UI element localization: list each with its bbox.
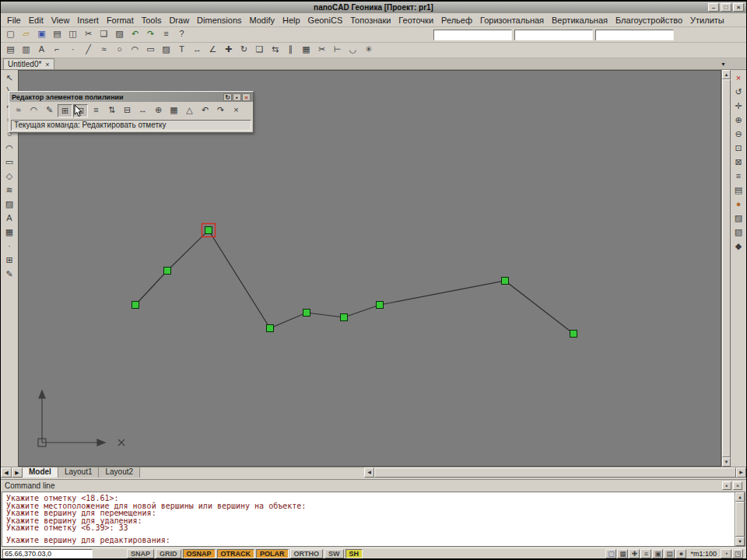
offset-icon[interactable]: ∥: [283, 44, 298, 57]
insert-vertex-icon[interactable]: ⊞: [58, 104, 72, 117]
zoom-in-icon[interactable]: ⊕: [731, 114, 746, 128]
select-icon[interactable]: ↖: [2, 72, 17, 86]
toolbar-field-2[interactable]: [514, 30, 593, 40]
paste-icon[interactable]: ▨: [112, 28, 127, 41]
scroll-up-icon[interactable]: ▲: [735, 492, 745, 502]
dot-icon[interactable]: ●: [675, 549, 686, 558]
move-icon[interactable]: ✚: [221, 44, 236, 57]
material-icon[interactable]: ◆: [731, 240, 746, 254]
scroll-left-icon[interactable]: ◀: [364, 467, 374, 478]
toggle-otrack[interactable]: OTRACK: [217, 549, 255, 558]
menu-view[interactable]: View: [47, 14, 74, 26]
hatch-icon[interactable]: ▨: [2, 198, 17, 212]
horizontal-scroll-thumb[interactable]: [374, 467, 736, 478]
grid-icon[interactable]: ▦: [167, 104, 181, 117]
scroll-right-icon[interactable]: ▶: [736, 467, 746, 478]
menu-dimensions[interactable]: Dimensions: [193, 14, 245, 26]
mirror-icon[interactable]: ⇆: [268, 44, 282, 57]
polyline-icon[interactable]: ≈: [96, 44, 111, 57]
toolbar-field-1[interactable]: [433, 30, 512, 40]
toggle-polar[interactable]: POLAR: [256, 549, 289, 558]
pan-icon[interactable]: ✛: [731, 100, 746, 114]
vertex-grip-8[interactable]: [502, 278, 509, 285]
render-icon[interactable]: ▨: [731, 212, 746, 226]
maximize-button[interactable]: □: [721, 3, 731, 12]
vertical-scroll-thumb[interactable]: [722, 79, 731, 457]
dim-linear-icon[interactable]: ↔: [190, 44, 205, 57]
cut-icon[interactable]: ✂: [81, 28, 96, 41]
zoom-extents-icon[interactable]: ⊠: [731, 156, 746, 170]
canvas-horizontal-scrollbar[interactable]: ◀ ▶: [364, 467, 746, 478]
vertex-grip-2[interactable]: [164, 268, 171, 275]
command-history[interactable]: Укажите отметку <18.61>:Укажите местопол…: [2, 492, 745, 547]
table-icon[interactable]: ▦: [2, 226, 17, 240]
menu-format[interactable]: Format: [103, 14, 138, 26]
toggle-osnap[interactable]: OSNAP: [183, 549, 216, 558]
document-tab-untitled0[interactable]: Untitled0* ×: [3, 58, 54, 69]
layer-state-icon[interactable]: ▥: [19, 44, 33, 57]
redo-icon[interactable]: ↷: [213, 104, 228, 117]
menu-modify[interactable]: Modify: [246, 14, 279, 26]
menu-insert[interactable]: Insert: [73, 14, 103, 26]
scroll-up-icon[interactable]: ▲: [722, 70, 731, 79]
redo-icon[interactable]: ↷: [143, 28, 158, 41]
array-icon[interactable]: ▦: [299, 44, 314, 57]
command-scrollbar[interactable]: ▲ ▼: [735, 492, 745, 546]
menu-draw[interactable]: Draw: [165, 14, 193, 26]
text-style-icon[interactable]: A: [34, 44, 49, 57]
tab-list-chevron-icon[interactable]: ▼: [721, 61, 726, 67]
vertex-grip-7[interactable]: [377, 302, 384, 309]
block-icon[interactable]: ⊞: [2, 254, 17, 268]
line-icon[interactable]: ╱: [81, 44, 96, 57]
move-vertex-icon[interactable]: ↔: [135, 104, 150, 117]
delete-vertex-icon[interactable]: ⊟: [120, 104, 135, 117]
tab-model[interactable]: Model: [23, 467, 58, 478]
tablet-icon[interactable]: ◔: [721, 549, 731, 558]
command-prompt[interactable]: Укажите вершину для редактирования:: [6, 537, 170, 544]
tab-layout1[interactable]: Layout1: [58, 467, 100, 478]
orbit-icon[interactable]: ●: [731, 198, 746, 212]
menu-geotochki[interactable]: Геоточки: [395, 14, 437, 26]
undo-icon[interactable]: ↶: [198, 104, 212, 117]
hatch-icon[interactable]: ▨: [159, 44, 174, 57]
vertex-grip-9[interactable]: [570, 331, 577, 338]
menu-help[interactable]: Help: [279, 14, 304, 26]
lineweight-icon[interactable]: ≡: [640, 549, 651, 558]
tab-nav-left-icon[interactable]: ◀: [1, 467, 12, 478]
canvas-vertical-scrollbar[interactable]: ▲ ▼: [721, 70, 731, 467]
polygon-icon[interactable]: ◇: [2, 170, 17, 184]
menu-relyef[interactable]: Рельеф: [437, 14, 476, 26]
print-icon[interactable]: ▤: [50, 28, 65, 41]
add-point-icon[interactable]: ⊕: [151, 104, 166, 117]
new-file-icon[interactable]: ▢: [3, 28, 18, 41]
erase-icon[interactable]: ×: [731, 72, 746, 86]
menu-geonics[interactable]: GeoniCS: [304, 14, 347, 26]
scroll-down-icon[interactable]: ▼: [735, 537, 745, 546]
menu-topoznaki[interactable]: Топознаки: [346, 14, 395, 26]
toolbar-field-3[interactable]: [595, 30, 674, 40]
text-icon[interactable]: A: [2, 212, 17, 226]
menu-utility[interactable]: Утилиты: [686, 14, 728, 26]
copy-icon[interactable]: ❏: [96, 28, 111, 41]
sheet-icon[interactable]: ▧: [731, 226, 746, 240]
units-icon[interactable]: ▤: [664, 549, 675, 558]
log-icon[interactable]: ◳: [732, 549, 743, 558]
extend-icon[interactable]: ⊢: [330, 44, 345, 57]
crosshair-icon[interactable]: ✚: [629, 549, 640, 558]
triangulate-icon[interactable]: △: [182, 104, 197, 117]
circle-icon[interactable]: ○: [112, 44, 127, 57]
close-icon[interactable]: ×: [733, 481, 742, 490]
mtext-icon[interactable]: T: [174, 44, 189, 57]
arc-mode-icon[interactable]: ◠: [26, 104, 41, 117]
vertex-grip-5[interactable]: [303, 310, 310, 317]
menu-vertikalnaya[interactable]: Вертикальная: [548, 14, 612, 26]
pin-button[interactable]: ▪: [233, 93, 241, 101]
menu-gorizontalnaya[interactable]: Горизонтальная: [476, 14, 548, 26]
arc-icon[interactable]: ◠: [128, 44, 142, 57]
tab-close-icon[interactable]: ×: [45, 61, 49, 68]
properties-icon[interactable]: ▤: [731, 184, 746, 198]
rectangle-icon[interactable]: ▭: [143, 44, 158, 57]
update-button[interactable]: ↻: [223, 93, 232, 101]
spline-icon[interactable]: ≋: [2, 184, 17, 198]
properties-icon[interactable]: ≡: [159, 28, 174, 41]
